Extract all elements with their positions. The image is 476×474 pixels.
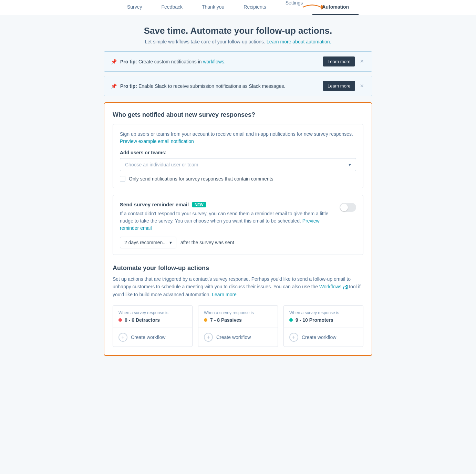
automate-section-desc: Set up actions that are triggered by a c… (113, 275, 363, 298)
reminder-controls: 2 days recommen... ▾ after the survey wa… (120, 237, 334, 248)
automate-section-title: Automate your follow-up actions (113, 265, 363, 272)
pro-tip-1-bold: Pro tip: (120, 59, 137, 64)
detractors-response-type: 0 - 6 Detractors (118, 317, 187, 323)
workflow-card-detractors: When a survey response is 0 - 6 Detracto… (113, 305, 193, 347)
promoters-response-type: 9 - 10 Promoters (289, 317, 358, 323)
tab-feedback[interactable]: Feedback (152, 0, 192, 15)
automate-learn-more-link[interactable]: Learn more (212, 292, 237, 297)
detractors-response-label: When a survey response is (118, 310, 187, 315)
pro-tip-1-banner: 📌 Pro tip: Create custom notifications i… (104, 51, 372, 72)
reminder-days-dropdown[interactable]: 2 days recommen... ▾ (120, 237, 176, 248)
reminder-title: Send survey reminder email (120, 202, 189, 207)
notification-desc-text: Sign up users or teams from your account… (120, 131, 353, 137)
tab-automation[interactable]: Automation (312, 0, 359, 15)
create-workflow-detractors-button[interactable]: + Create workflow (118, 333, 187, 342)
reminder-desc-text: If a contact didn't respond to your surv… (120, 211, 329, 224)
pro-tip-2-body: Enable Slack to receive submission notif… (138, 83, 285, 89)
page-title: Save time. Automate your follow-up actio… (104, 25, 372, 36)
new-badge: NEW (192, 202, 206, 207)
comments-only-row: Only send notifications for survey respo… (120, 176, 356, 182)
create-workflow-detractors-label: Create workflow (131, 334, 165, 340)
passives-card-body: + Create workflow (198, 328, 278, 347)
pro-tip-2-text: Pro tip: Enable Slack to receive submiss… (120, 83, 319, 89)
notification-desc: Sign up users or teams from your account… (120, 131, 356, 145)
main-section: Who gets notified about new survey respo… (104, 102, 372, 356)
pro-tip-2-bold: Pro tip: (120, 83, 137, 89)
detractors-card-body: + Create workflow (113, 328, 192, 347)
reminder-box: Send survey reminder email NEW If a cont… (113, 195, 363, 255)
detractors-dot (118, 318, 122, 322)
pro-tip-1-text: Pro tip: Create custom notifications in … (120, 59, 319, 64)
pro-tip-2-close-button[interactable]: × (359, 82, 365, 90)
reminder-header: Send survey reminder email NEW (120, 202, 334, 207)
tab-recipients[interactable]: Recipients (234, 0, 276, 15)
workflow-card-promoters: When a survey response is 9 - 10 Promote… (283, 305, 363, 347)
passives-dot (204, 318, 207, 322)
comments-only-label: Only send notifications for survey respo… (129, 176, 273, 182)
pro-tip-1-close-button[interactable]: × (359, 58, 365, 65)
settings-tab-wrapper: Settings (276, 0, 313, 15)
pro-tip-2-banner: 📌 Pro tip: Enable Slack to receive submi… (104, 76, 372, 96)
reminder-row: Send survey reminder email NEW If a cont… (120, 202, 356, 248)
create-workflow-promoters-label: Create workflow (302, 334, 336, 340)
passives-label: 7 - 8 Passives (210, 317, 242, 323)
promoters-card-body: + Create workflow (284, 328, 363, 347)
tab-survey[interactable]: Survey (117, 0, 152, 15)
automate-desc-pre: Set up actions that are triggered by a c… (113, 276, 351, 289)
reminder-content: Send survey reminder email NEW If a cont… (120, 202, 334, 248)
chevron-down-icon: ▾ (169, 240, 172, 245)
chevron-down-icon: ▾ (349, 162, 351, 167)
dropdown-placeholder: Choose an individual user or team (125, 162, 198, 167)
add-users-label: Add users or teams: (120, 150, 356, 155)
navigation-bar: Survey Feedback Thank you Recipients Set… (0, 0, 476, 15)
pro-tip-1-body: Create custom notifications in (138, 59, 202, 64)
create-workflow-passives-button[interactable]: + Create workflow (204, 333, 272, 342)
promoters-response-label: When a survey response is (289, 310, 358, 315)
workflows-link[interactable]: workflows. (203, 59, 225, 64)
reminder-after-text: after the survey was sent (180, 240, 234, 245)
pro-tip-2-learn-more-button[interactable]: Learn more (323, 81, 355, 91)
preview-email-link[interactable]: Preview example email notification (120, 138, 194, 144)
toggle-knob (340, 204, 348, 211)
plus-icon: + (289, 333, 298, 342)
pro-tip-1-icon: 📌 (111, 59, 117, 64)
subtitle-text: Let simple workflows take care of your f… (145, 39, 265, 44)
detractors-card-header: When a survey response is 0 - 6 Detracto… (113, 306, 192, 328)
learn-more-automation-link[interactable]: Learn more about automation. (267, 39, 331, 44)
promoters-label: 9 - 10 Promoters (296, 317, 333, 323)
reminder-desc: If a contact didn't respond to your surv… (120, 210, 334, 232)
pro-tip-1-learn-more-button[interactable]: Learn more (323, 56, 355, 66)
notifications-box: Sign up users or teams from your account… (113, 124, 363, 188)
promoters-card-header: When a survey response is 9 - 10 Promote… (284, 306, 363, 328)
workflows-tool-link[interactable]: Workflows (319, 284, 349, 289)
detractors-label: 0 - 6 Detractors (125, 317, 160, 323)
create-workflow-promoters-button[interactable]: + Create workflow (289, 333, 358, 342)
reminder-toggle[interactable] (340, 203, 356, 212)
notifications-section-title: Who gets notified about new survey respo… (113, 111, 363, 118)
create-workflow-passives-label: Create workflow (216, 334, 251, 340)
promoters-dot (289, 318, 293, 322)
plus-icon: + (118, 333, 127, 342)
passives-response-type: 7 - 8 Passives (204, 317, 272, 323)
passives-card-header: When a survey response is 7 - 8 Passives (198, 306, 278, 328)
passives-response-label: When a survey response is (204, 310, 272, 315)
plus-icon: + (204, 333, 213, 342)
workflow-card-passives: When a survey response is 7 - 8 Passives… (198, 305, 278, 347)
comments-only-checkbox[interactable] (120, 176, 125, 182)
user-team-dropdown[interactable]: Choose an individual user or team ▾ (120, 158, 356, 171)
reminder-days-value: 2 days recommen... (124, 240, 167, 245)
pro-tip-2-icon: 📌 (111, 83, 117, 89)
page-subtitle: Let simple workflows take care of your f… (104, 39, 372, 44)
workflow-cards: When a survey response is 0 - 6 Detracto… (113, 305, 363, 347)
tab-thank-you[interactable]: Thank you (192, 0, 234, 15)
page-content: Save time. Automate your follow-up actio… (97, 15, 379, 370)
